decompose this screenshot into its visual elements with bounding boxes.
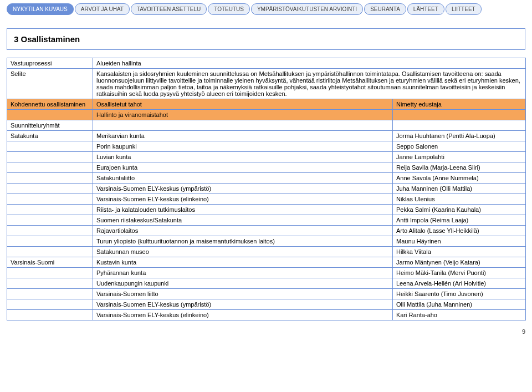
table-row: Varsinais-Suomen liitto Heikki Saarento … xyxy=(7,289,526,299)
table-row: Eurajoen kunta Reija Savila (Marja-Leena… xyxy=(7,162,526,173)
table-row: Varsinais-Suomen ELY-keskus (elinkeino) … xyxy=(7,310,526,320)
tab-ymparistovaikutusten-arviointi[interactable]: YMPÄRISTÖVAIKUTUSTEN ARVIOINTI xyxy=(251,3,363,15)
col3-header: Nimetty edustaja xyxy=(393,99,526,110)
table-row: Varsinais-Suomen ELY-keskus (ympäristö) … xyxy=(7,299,526,310)
table-row: Satakunnan museo Hilkka Viitala xyxy=(7,247,526,257)
group-cell xyxy=(7,278,93,289)
tab-nykytilan-kuvaus[interactable]: NYKYTILAN KUVAUS xyxy=(7,3,74,15)
group-cell xyxy=(7,184,93,194)
table-row: Satakunta Merikarvian kunta Jorma Huuhta… xyxy=(7,131,526,141)
entity-cell: Varsinais-Suomen ELY-keskus (ympäristö) xyxy=(93,184,393,194)
table-row: Suomen riistakeskus/Satakunta Antti Impo… xyxy=(7,215,526,226)
group-cell xyxy=(7,141,93,152)
empty-cell xyxy=(7,110,93,120)
rep-cell: Niklas Ulenius xyxy=(393,194,526,205)
entity-cell: Riista- ja kalatalouden tutkimuslaitos xyxy=(93,205,393,215)
table-row: Varsinais-Suomi Kustavin kunta Jarmo Män… xyxy=(7,257,526,268)
responsibility-label: Vastuuprosessi xyxy=(7,58,93,69)
responsibility-value: Alueiden hallinta xyxy=(93,58,526,69)
tabs-bar: NYKYTILAN KUVAUS ARVOT JA UHAT TAVOITTEE… xyxy=(7,3,525,15)
groups-label-row: Suunnitteluryhmät xyxy=(7,120,526,131)
table-row: Pyhärannan kunta Heimo Mäki-Tanila (Merv… xyxy=(7,268,526,278)
col1-header: Kohdennettu osallistaminen xyxy=(7,99,93,110)
section-subheader: Hallinto ja viranomaistahot xyxy=(93,110,393,120)
table-row: Turun yliopisto (kulttuurituotannon ja m… xyxy=(7,236,526,247)
rep-cell: Janne Lampolahti xyxy=(393,152,526,162)
rep-cell: Pekka Salmi (Kaarina Kauhala) xyxy=(393,205,526,215)
empty-cell xyxy=(93,120,393,131)
intro-row-responsibility: Vastuuprosessi Alueiden hallinta xyxy=(7,58,526,69)
entity-cell: Rajavartiolaitos xyxy=(93,226,393,236)
group-cell xyxy=(7,205,93,215)
rep-cell: Reija Savila (Marja-Leena Siiri) xyxy=(393,162,526,173)
rep-cell: Jarmo Mäntynen (Veijo Katara) xyxy=(393,257,526,268)
entity-cell: Turun yliopisto (kulttuurituotannon ja m… xyxy=(93,236,393,247)
entity-cell: Varsinais-Suomen ELY-keskus (ympäristö) xyxy=(93,299,393,310)
group-cell xyxy=(7,247,93,257)
col2-header: Osallistetut tahot xyxy=(93,99,393,110)
table-row: Satakuntaliitto Anne Savola (Anne Nummel… xyxy=(7,173,526,184)
tab-liitteet[interactable]: LIITTEET xyxy=(446,3,482,15)
section-heading-box: 3 Osallistaminen xyxy=(7,28,525,50)
group-cell xyxy=(7,162,93,173)
group-cell xyxy=(7,226,93,236)
group-cell: Varsinais-Suomi xyxy=(7,257,93,268)
group-cell xyxy=(7,194,93,205)
rep-cell: Anne Savola (Anne Nummela) xyxy=(393,173,526,184)
group-cell xyxy=(7,215,93,226)
tab-lahteet[interactable]: LÄHTEET xyxy=(407,3,444,15)
section-heading: 3 Osallistaminen xyxy=(14,34,518,44)
rep-cell: Hilkka Viitala xyxy=(393,247,526,257)
rep-cell: Leena Arvela-Hellén (Ari Holvitie) xyxy=(393,278,526,289)
entity-cell: Varsinais-Suomen ELY-keskus (elinkeino) xyxy=(93,194,393,205)
entity-cell: Eurajoen kunta xyxy=(93,162,393,173)
entity-cell: Merikarvian kunta xyxy=(93,131,393,141)
entity-cell: Porin kaupunki xyxy=(93,141,393,152)
groups-label: Suunnitteluryhmät xyxy=(7,120,93,131)
description-value: Kansalaisten ja sidosryhmien kuuleminen … xyxy=(93,69,526,99)
table-row: Riista- ja kalatalouden tutkimuslaitos P… xyxy=(7,205,526,215)
group-cell xyxy=(7,268,93,278)
group-cell xyxy=(7,173,93,184)
empty-cell xyxy=(393,120,526,131)
group-cell xyxy=(7,299,93,310)
table-row: Varsinais-Suomen ELY-keskus (elinkeino) … xyxy=(7,194,526,205)
rep-cell: Heimo Mäki-Tanila (Mervi Puonti) xyxy=(393,268,526,278)
table-row: Luvian kunta Janne Lampolahti xyxy=(7,152,526,162)
tab-tavoitteen-asettelu[interactable]: TAVOITTEEN ASETTELU xyxy=(131,3,207,15)
rep-cell: Juha Manninen (Olli Mattila) xyxy=(393,184,526,194)
participation-table: Vastuuprosessi Alueiden hallinta Selite … xyxy=(7,58,526,320)
rep-cell: Antti Impola (Reima Laaja) xyxy=(393,215,526,226)
group-cell xyxy=(7,289,93,299)
rep-cell: Olli Mattila (Juha Manninen) xyxy=(393,299,526,310)
rep-cell: Arto Alitalo (Lasse Yli-Heikkilä) xyxy=(393,226,526,236)
section-subheader-row: Hallinto ja viranomaistahot xyxy=(7,110,526,120)
intro-row-description: Selite Kansalaisten ja sidosryhmien kuul… xyxy=(7,69,526,99)
description-label: Selite xyxy=(7,69,93,99)
tab-arvot-ja-uhat[interactable]: ARVOT JA UHAT xyxy=(75,3,130,15)
tab-seuranta[interactable]: SEURANTA xyxy=(364,3,406,15)
entity-cell: Suomen riistakeskus/Satakunta xyxy=(93,215,393,226)
entity-cell: Varsinais-Suomen ELY-keskus (elinkeino) xyxy=(93,310,393,320)
rep-cell: Jorma Huuhtanen (Pentti Ala-Luopa) xyxy=(393,131,526,141)
group-cell: Satakunta xyxy=(7,131,93,141)
entity-cell: Satakuntaliitto xyxy=(93,173,393,184)
rep-cell: Kari Ranta-aho xyxy=(393,310,526,320)
page-number: 9 xyxy=(7,328,525,335)
entity-cell: Kustavin kunta xyxy=(93,257,393,268)
tab-toteutus[interactable]: TOTEUTUS xyxy=(208,3,250,15)
entity-cell: Pyhärannan kunta xyxy=(93,268,393,278)
group-cell xyxy=(7,152,93,162)
table-row: Varsinais-Suomen ELY-keskus (ympäristö) … xyxy=(7,184,526,194)
empty-cell xyxy=(393,110,526,120)
rep-cell: Maunu Häyrinen xyxy=(393,236,526,247)
entity-cell: Luvian kunta xyxy=(93,152,393,162)
table-row: Porin kaupunki Seppo Salonen xyxy=(7,141,526,152)
group-cell xyxy=(7,236,93,247)
table-row: Uudenkaupungin kaupunki Leena Arvela-Hel… xyxy=(7,278,526,289)
column-headers-row: Kohdennettu osallistaminen Osallistetut … xyxy=(7,99,526,110)
rep-cell: Heikki Saarento (Timo Juvonen) xyxy=(393,289,526,299)
entity-cell: Uudenkaupungin kaupunki xyxy=(93,278,393,289)
entity-cell: Varsinais-Suomen liitto xyxy=(93,289,393,299)
group-cell xyxy=(7,310,93,320)
